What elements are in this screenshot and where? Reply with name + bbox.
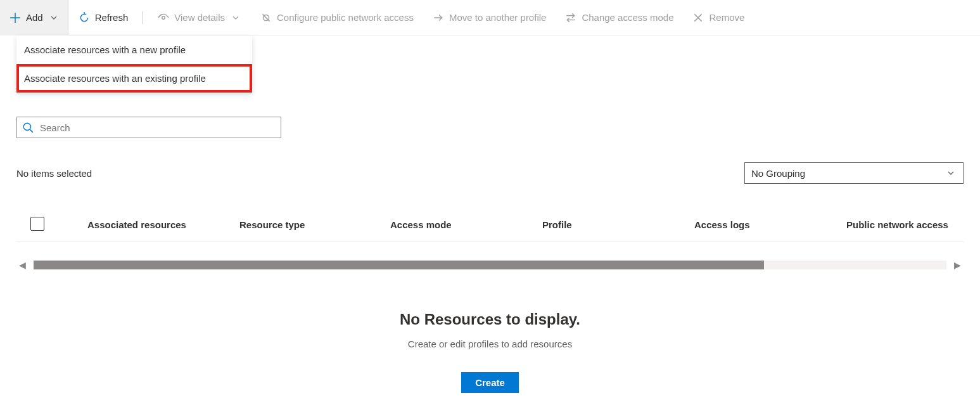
search-icon bbox=[22, 122, 34, 133]
selection-status: No items selected bbox=[16, 168, 92, 179]
chevron-down-icon bbox=[945, 167, 957, 179]
svg-line-11 bbox=[30, 129, 33, 132]
refresh-label: Refresh bbox=[95, 12, 129, 23]
add-label: Add bbox=[26, 12, 43, 23]
col-associated-resources[interactable]: Associated resources bbox=[87, 219, 239, 230]
scroll-thumb[interactable] bbox=[34, 261, 764, 269]
add-menu-new-profile[interactable]: Associate resources with a new profile bbox=[16, 35, 252, 64]
view-details-button: View details bbox=[148, 0, 251, 35]
add-button[interactable]: Add bbox=[0, 0, 69, 35]
search-input[interactable] bbox=[39, 122, 276, 134]
add-menu-existing-profile[interactable]: Associate resources with an existing pro… bbox=[16, 64, 252, 93]
create-button[interactable]: Create bbox=[461, 372, 519, 393]
change-access-mode-button: Change access mode bbox=[556, 0, 683, 35]
svg-point-10 bbox=[23, 123, 30, 130]
arrow-right-icon bbox=[433, 12, 444, 23]
refresh-button[interactable]: Refresh bbox=[69, 0, 138, 35]
col-access-logs[interactable]: Access logs bbox=[694, 219, 846, 230]
plus-icon bbox=[10, 12, 21, 23]
grouping-dropdown[interactable]: No Grouping bbox=[744, 162, 964, 184]
scroll-track[interactable] bbox=[34, 261, 946, 269]
close-icon bbox=[692, 12, 704, 23]
remove-label: Remove bbox=[709, 12, 744, 23]
select-all-checkbox[interactable] bbox=[30, 217, 44, 231]
col-access-mode[interactable]: Access mode bbox=[390, 219, 542, 230]
change-mode-label: Change access mode bbox=[582, 12, 673, 23]
select-all-cell bbox=[16, 217, 87, 233]
view-details-label: View details bbox=[174, 12, 225, 23]
swap-icon bbox=[565, 12, 576, 23]
move-profile-button: Move to another profile bbox=[423, 0, 556, 35]
move-label: Move to another profile bbox=[449, 12, 546, 23]
empty-state: No Resources to display. Create or edit … bbox=[16, 311, 964, 393]
command-bar: Add Refresh View details Configure publi… bbox=[0, 0, 980, 35]
grouping-value: No Grouping bbox=[751, 168, 805, 179]
eye-icon bbox=[158, 12, 169, 23]
remove-button: Remove bbox=[683, 0, 754, 35]
search-box[interactable] bbox=[16, 117, 281, 138]
chevron-down-icon bbox=[230, 12, 241, 23]
scroll-left-icon[interactable]: ◀ bbox=[16, 260, 29, 270]
col-resource-type[interactable]: Resource type bbox=[239, 219, 390, 230]
separator bbox=[143, 11, 143, 24]
scroll-right-icon[interactable]: ▶ bbox=[951, 260, 964, 270]
plug-icon bbox=[260, 12, 272, 23]
add-dropdown-menu: Associate resources with a new profile A… bbox=[16, 35, 252, 93]
refresh-icon bbox=[79, 12, 90, 23]
configure-label: Configure public network access bbox=[277, 12, 414, 23]
empty-title: No Resources to display. bbox=[16, 311, 964, 328]
chevron-down-icon bbox=[48, 12, 60, 23]
table-header-row: Associated resources Resource type Acces… bbox=[16, 208, 964, 242]
empty-subtitle: Create or edit profiles to add resources bbox=[16, 339, 964, 349]
col-profile[interactable]: Profile bbox=[542, 219, 694, 230]
col-public-network-access[interactable]: Public network access bbox=[846, 219, 964, 230]
configure-pna-button: Configure public network access bbox=[251, 0, 423, 35]
horizontal-scrollbar[interactable]: ◀ ▶ bbox=[16, 257, 964, 273]
svg-point-2 bbox=[162, 16, 165, 19]
